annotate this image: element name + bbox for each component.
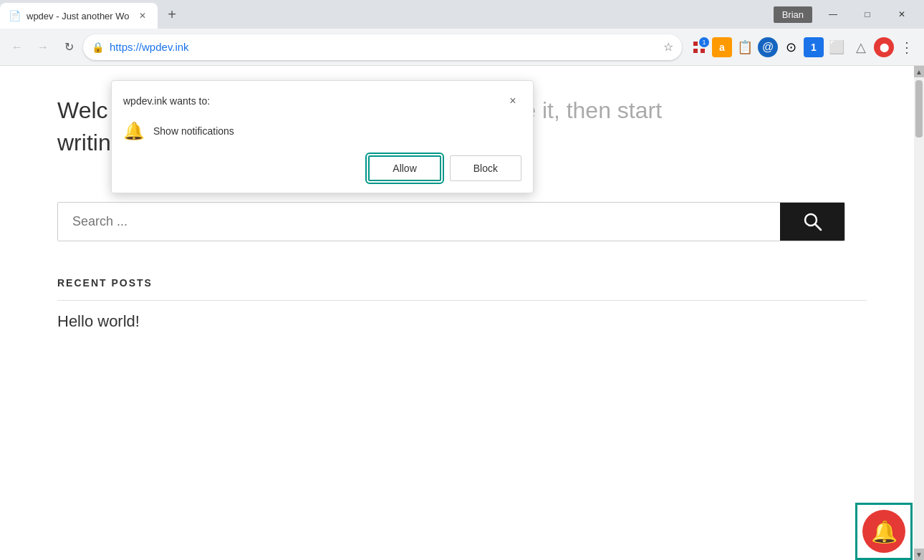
posts-divider <box>57 300 867 301</box>
search-box <box>57 202 845 241</box>
search-icon <box>802 211 822 231</box>
browser-menu-button[interactable]: ⋮ <box>895 36 918 59</box>
svg-line-5 <box>815 224 821 230</box>
refresh-button[interactable]: ↻ <box>57 36 80 59</box>
page-content: wpdev.ink wants to: × 🔔 Show notificatio… <box>0 66 924 560</box>
notification-permission-popup: wpdev.ink wants to: × 🔔 Show notificatio… <box>111 80 534 193</box>
allow-button[interactable]: Allow <box>368 155 441 181</box>
camera-icon[interactable]: ⊙ <box>779 36 802 59</box>
recent-posts-title: RECENT POSTS <box>57 277 867 289</box>
back-button[interactable]: ← <box>6 36 29 59</box>
close-button[interactable]: ✕ <box>885 3 918 26</box>
extensions-icon[interactable]: 1 <box>688 36 711 59</box>
svg-rect-0 <box>693 42 698 46</box>
search-button[interactable] <box>780 203 844 241</box>
lastpass-icon[interactable]: ⬤ <box>874 37 894 57</box>
tab-close-button[interactable]: ✕ <box>136 9 149 22</box>
notification-bell-inner: 🔔 <box>862 510 905 553</box>
tab-title: wpdev - Just another Wo <box>27 11 130 21</box>
bell-icon: 🔔 <box>123 121 145 141</box>
toolbar-icons: 1 a 📋 @ ⊙ 1 ⬜ △ ⬤ ⋮ <box>688 36 918 59</box>
popup-header: wpdev.ink wants to: × <box>123 92 521 110</box>
window-controls: Brian — □ ✕ <box>774 3 918 26</box>
url-bar[interactable]: 🔒 https://wpdev.ink ☆ <box>83 34 682 60</box>
email-icon[interactable]: @ <box>758 37 778 57</box>
amazon-icon[interactable]: a <box>712 37 732 57</box>
forward-button[interactable]: → <box>32 36 54 59</box>
scroll-down-button[interactable]: ▼ <box>914 549 924 560</box>
post-item[interactable]: Hello world! <box>57 312 867 331</box>
url-text: https://wpdev.ink <box>110 41 658 53</box>
block-button[interactable]: Block <box>450 155 521 181</box>
scroll-up-button[interactable]: ▲ <box>914 66 924 77</box>
clipboard-icon[interactable]: 📋 <box>733 36 756 59</box>
search-section <box>0 188 924 256</box>
hero-text-partial: Welc <box>57 97 108 123</box>
user-badge: Brian <box>774 6 812 23</box>
active-tab[interactable]: 📄 wpdev - Just another Wo ✕ <box>0 3 158 29</box>
search-input[interactable] <box>58 203 780 241</box>
counter-icon[interactable]: 1 <box>804 37 824 57</box>
bookmark-icon[interactable]: ☆ <box>663 40 673 54</box>
minimize-button[interactable]: — <box>817 3 850 26</box>
popup-body: 🔔 Show notifications <box>123 121 521 141</box>
svg-rect-3 <box>701 49 705 53</box>
maximize-button[interactable]: □ <box>851 3 884 26</box>
popup-title: wpdev.ink wants to: <box>123 95 210 107</box>
security-icon: 🔒 <box>92 42 104 53</box>
tab-strip: 📄 wpdev - Just another Wo ✕ + <box>0 0 774 29</box>
scroll-thumb[interactable] <box>915 80 923 137</box>
window-manager-icon[interactable]: ⬜ <box>825 36 848 59</box>
recent-posts-section: RECENT POSTS Hello world! <box>0 256 924 345</box>
notification-bell-widget[interactable]: 🔔 <box>855 503 913 560</box>
popup-close-button[interactable]: × <box>504 92 521 110</box>
new-tab-button[interactable]: + <box>160 3 183 26</box>
extensions-badge: 1 <box>699 37 709 47</box>
popup-message: Show notifications <box>153 125 234 137</box>
svg-rect-2 <box>693 49 698 53</box>
notification-bell-icon: 🔔 <box>871 519 897 544</box>
drive-icon[interactable]: △ <box>850 36 872 59</box>
scrollbar[interactable]: ▲ ▼ <box>914 66 924 560</box>
titlebar: 📄 wpdev - Just another Wo ✕ + Brian — □ … <box>0 0 924 29</box>
hero-text-writing: writin <box>57 130 111 155</box>
addressbar: ← → ↻ 🔒 https://wpdev.ink ☆ 1 a 📋 @ ⊙ 1 … <box>0 29 924 66</box>
popup-actions: Allow Block <box>123 155 521 181</box>
tab-icon: 📄 <box>9 10 21 21</box>
